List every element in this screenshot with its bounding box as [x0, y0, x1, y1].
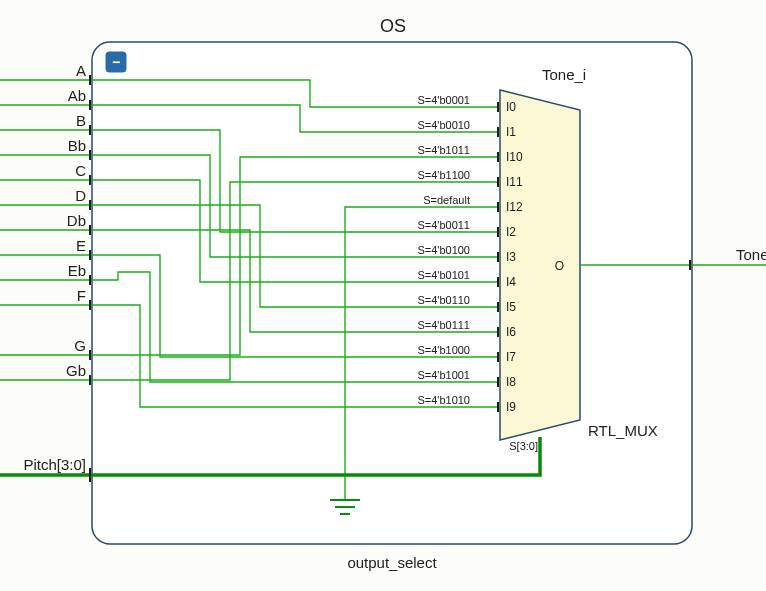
port-left: Ab [0, 87, 92, 110]
svg-text:F: F [77, 287, 86, 304]
port-left: F [0, 287, 92, 310]
svg-text:S=4'b0111: S=4'b0111 [417, 319, 470, 331]
instance-name: Tone_i [542, 66, 586, 83]
module-type-label: output_select [347, 554, 437, 571]
svg-text:S=4'b0010: S=4'b0010 [417, 119, 470, 131]
mux-output-label: O [555, 259, 564, 273]
svg-text:I1: I1 [506, 125, 516, 139]
svg-text:Pitch[3:0]: Pitch[3:0] [23, 456, 86, 473]
port-left: B [0, 112, 92, 135]
svg-text:S=4'b0100: S=4'b0100 [417, 244, 470, 256]
port-pitch-bus: Pitch[3:0] [0, 456, 92, 482]
port-left: Bb [0, 137, 92, 160]
svg-text:S=4'b0001: S=4'b0001 [417, 94, 470, 106]
port-tone-label: Tone [736, 246, 766, 263]
svg-text:C: C [75, 162, 86, 179]
svg-text:S=4'b1011: S=4'b1011 [417, 144, 470, 156]
port-left: A [0, 62, 92, 85]
svg-text:I8: I8 [506, 375, 516, 389]
port-left: Db [0, 212, 92, 235]
instance-type: RTL_MUX [588, 422, 658, 439]
svg-text:Bb: Bb [68, 137, 86, 154]
svg-text:I10: I10 [506, 150, 523, 164]
svg-text:Db: Db [67, 212, 86, 229]
svg-text:E: E [76, 237, 86, 254]
svg-text:I0: I0 [506, 100, 516, 114]
svg-text:I11: I11 [506, 175, 523, 189]
svg-text:S=4'b0011: S=4'b0011 [417, 219, 470, 231]
port-left: Gb [0, 362, 92, 385]
svg-text:I12: I12 [506, 200, 523, 214]
svg-text:S=4'b0110: S=4'b0110 [417, 294, 470, 306]
port-left: Eb [0, 262, 92, 285]
port-left: E [0, 237, 92, 260]
svg-text:I6: I6 [506, 325, 516, 339]
port-left: C [0, 162, 92, 185]
svg-text:S=4'b1100: S=4'b1100 [417, 169, 470, 181]
svg-text:A: A [76, 62, 86, 79]
svg-text:Ab: Ab [68, 87, 86, 104]
svg-text:B: B [76, 112, 86, 129]
svg-text:S=4'b1000: S=4'b1000 [417, 344, 470, 356]
svg-text:Eb: Eb [68, 262, 86, 279]
port-left: D [0, 187, 92, 210]
svg-text:S=default: S=default [423, 194, 470, 206]
svg-text:I2: I2 [506, 225, 516, 239]
svg-text:G: G [74, 337, 86, 354]
module-title: OS [380, 16, 406, 36]
module-box [92, 42, 692, 544]
svg-text:D: D [75, 187, 86, 204]
svg-text:S=4'b1001: S=4'b1001 [417, 369, 470, 381]
collapse-icon[interactable]: − [106, 52, 126, 72]
svg-text:Gb: Gb [66, 362, 86, 379]
port-left: G [0, 337, 92, 360]
mux-select-label: S[3:0] [509, 440, 538, 452]
svg-text:S=4'b1010: S=4'b1010 [417, 394, 470, 406]
svg-text:I9: I9 [506, 400, 516, 414]
svg-text:S=4'b0101: S=4'b0101 [417, 269, 470, 281]
svg-text:I4: I4 [506, 275, 516, 289]
svg-text:I5: I5 [506, 300, 516, 314]
svg-text:−: − [112, 54, 120, 70]
svg-text:I7: I7 [506, 350, 516, 364]
svg-text:I3: I3 [506, 250, 516, 264]
